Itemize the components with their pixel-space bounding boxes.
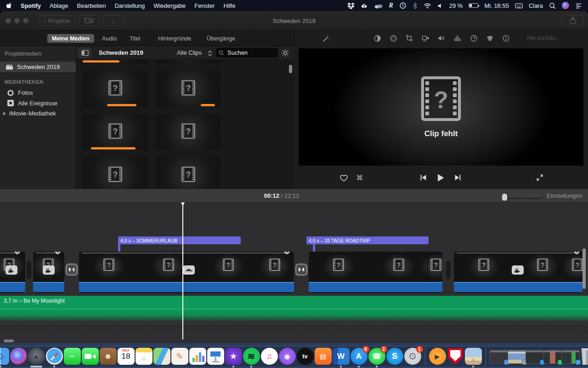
menu-wiedergabe[interactable]: Wiedergabe (153, 2, 186, 9)
active-app-menu[interactable]: Spotify (21, 2, 41, 9)
dock-keynote-icon[interactable] (207, 348, 224, 365)
prev-button[interactable] (417, 172, 429, 183)
dock-facetime-icon[interactable] (82, 348, 99, 365)
dock-calendar-icon[interactable]: DEZ18 (118, 348, 135, 365)
heart-button[interactable] (338, 172, 350, 183)
input-source-icon[interactable] (515, 1, 523, 10)
slow-motion-badge[interactable] (183, 265, 195, 275)
dock-safari-icon[interactable] (46, 348, 63, 365)
next-button[interactable] (452, 172, 464, 183)
search-field[interactable] (216, 48, 278, 58)
dock-books-icon[interactable]: ▤ (315, 348, 332, 365)
dock-imovie-icon[interactable]: ★ (225, 348, 242, 365)
clouds-icon[interactable] (374, 1, 383, 10)
dock-preview-icon[interactable]: ○ (465, 348, 482, 365)
fullscreen-button[interactable] (534, 172, 546, 183)
dock-pages-icon[interactable]: ✎ (171, 348, 188, 365)
volume-icon[interactable] (437, 1, 443, 10)
title-clip[interactable]: 4,0 s – 33 TAGE ROADTRIP (306, 236, 429, 244)
dock-launchpad-icon[interactable]: ▲ (28, 348, 45, 365)
fast-motion-badge[interactable] (43, 265, 55, 275)
browser-scrollbar[interactable] (289, 65, 292, 73)
sidebar-item-project[interactable]: Schweden 2019 (0, 62, 76, 72)
title-bar[interactable]: ‹ Projekte ↓ Schweden 2019 (0, 11, 588, 30)
play-button[interactable] (435, 172, 447, 183)
apple-menu-icon[interactable] (6, 1, 12, 10)
wifi-icon[interactable] (424, 1, 431, 10)
transition-icon[interactable] (66, 264, 78, 276)
dock-minimized-window-photo-icon[interactable] (508, 348, 525, 365)
reset-all-button[interactable]: Alle zurücks. (526, 35, 558, 41)
balance-icon[interactable] (373, 34, 382, 42)
dock-numbers-icon[interactable] (189, 348, 206, 365)
bluetooth-icon[interactable] (413, 1, 418, 10)
media-thumbnail[interactable]: ? (83, 71, 147, 107)
dock-finder-icon[interactable]: ☺ (0, 348, 9, 365)
siri-icon[interactable] (562, 2, 569, 9)
dock-minimized-window-appstore-icon[interactable] (526, 348, 543, 365)
dock-apple-tv-icon[interactable]: tv (297, 348, 314, 365)
dock-whatsapp-icon[interactable]: ☎2 (368, 348, 385, 365)
clip-filter-dropdown[interactable]: Alle Clips (177, 49, 202, 56)
timeline-clip[interactable]: ? (33, 252, 64, 293)
dock-skype-icon[interactable]: S (386, 348, 403, 365)
menu-ablage[interactable]: Ablage (50, 2, 68, 9)
media-thumbnail[interactable]: ? (83, 114, 147, 150)
sidebar-item-fotos[interactable]: Fotos (0, 87, 76, 98)
timeline-clip[interactable]: ??? (309, 252, 442, 293)
toggle-sidebar-button[interactable] (78, 47, 91, 58)
speaker-icon[interactable] (437, 34, 446, 42)
dock-spotify-icon[interactable]: ≋ (243, 348, 260, 365)
notification-center-icon[interactable] (575, 1, 582, 10)
eq-icon[interactable] (453, 34, 462, 42)
media-thumbnail[interactable]: ? (156, 114, 220, 150)
tab-übergänge[interactable]: Übergänge (202, 34, 240, 43)
palette-icon[interactable] (389, 34, 398, 42)
spotlight-search-icon[interactable] (549, 1, 556, 10)
fast-motion-badge[interactable] (512, 265, 524, 275)
timeline-clip[interactable]: ???? (79, 252, 294, 293)
search-input[interactable] (226, 49, 272, 57)
crop-icon[interactable] (405, 34, 414, 42)
dock-app-store-icon[interactable]: A8 (351, 348, 368, 365)
zoom-slider-track[interactable] (505, 198, 542, 199)
browser-settings-icon[interactable] (281, 49, 289, 57)
dock-trash-icon[interactable] (579, 348, 588, 365)
sidebar-item-alle-ereignisse[interactable]: Alle Ereignisse (0, 98, 76, 109)
dock-minimized-window-whatsapp-icon[interactable] (543, 348, 560, 365)
chevron-updown-icon[interactable] (207, 49, 213, 58)
timeline-clip[interactable]: ? (0, 252, 25, 293)
wand-icon[interactable] (322, 34, 331, 42)
timeline-vscrollbar[interactable] (582, 248, 586, 289)
menu-darstellung[interactable]: Darstellung (114, 2, 145, 9)
dock-system-preferences-icon[interactable]: ⚙1 (404, 348, 421, 365)
dock-messages-icon[interactable]: ••• (64, 348, 81, 365)
time-machine-icon[interactable] (399, 1, 407, 10)
dock-media-player-icon[interactable]: ▶ (429, 348, 446, 365)
timeline-clip[interactable]: ??? (454, 252, 582, 293)
cloud-upload-icon[interactable] (361, 1, 368, 10)
dock-minimized-window-safari-icon[interactable] (561, 348, 578, 365)
clip-status-dot[interactable] (284, 252, 290, 254)
menu-hilfe[interactable]: Hilfe (223, 2, 235, 9)
title-clip[interactable]: 4,0 s – SOMMERURLAUB (118, 236, 241, 244)
timeline[interactable]: ???????????? 3,7 m – Be My Moonlight 4,0… (0, 202, 588, 343)
clip-status-dot[interactable] (55, 252, 61, 254)
gauge-icon[interactable] (469, 34, 478, 42)
sidebar-item-imovie-mediathek[interactable]: iMovie-Mediathek (0, 108, 76, 119)
camera-icon[interactable] (421, 34, 430, 42)
tab-hintergründe[interactable]: Hintergründe (153, 34, 196, 43)
dock-siri-icon[interactable] (10, 348, 27, 365)
zoom-slider-thumb[interactable] (502, 194, 507, 201)
tab-meine-medien[interactable]: Meine Medien (47, 34, 94, 43)
tab-titel[interactable]: Titel (125, 34, 145, 43)
transition-icon[interactable] (295, 264, 307, 276)
dock-minimized-window-document-icon[interactable] (490, 348, 507, 365)
colors-icon[interactable] (485, 34, 494, 42)
playhead[interactable] (182, 202, 183, 339)
media-thumbnail[interactable]: ? (83, 157, 147, 189)
fast-motion-badge[interactable] (6, 265, 17, 275)
reject-button[interactable] (354, 172, 366, 183)
user-name-menu[interactable]: Clara (529, 2, 543, 9)
menu-clock[interactable]: Mi. 16:55 (484, 2, 509, 9)
